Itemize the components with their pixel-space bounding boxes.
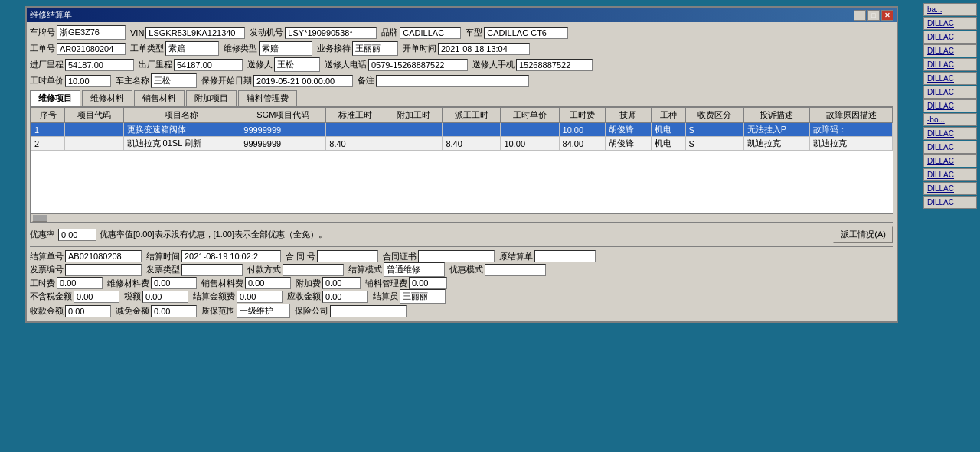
side-item-1[interactable]: DILLAC: [923, 17, 977, 30]
tab-repair-materials[interactable]: 维修材料: [82, 90, 132, 106]
side-panel: ba... DILLAC DILLAC DILLAC DILLAC DILLAC…: [923, 3, 977, 326]
insurance-pair: 保险公司: [295, 305, 407, 317]
side-item-9[interactable]: DILLAC: [923, 127, 977, 140]
invoice-type-value[interactable]: [181, 264, 243, 276]
start-date-value[interactable]: 2019-05-21 00:00:00: [253, 75, 353, 87]
maximize-button[interactable]: □: [867, 10, 880, 21]
cell-unit-price: [501, 123, 559, 137]
material-fee-value[interactable]: 0.00: [151, 277, 197, 289]
tax-pair: 税额 0.00: [124, 291, 188, 303]
tab-consumables[interactable]: 辅料管理费: [238, 90, 297, 106]
sender-phone-value[interactable]: 0579-15268887522: [368, 59, 468, 71]
tax-exempt-label: 不含税金额: [30, 291, 72, 302]
cell-assigned-hours: 8.40: [443, 137, 501, 151]
side-item-12[interactable]: DILLAC: [923, 168, 977, 181]
invoice-value[interactable]: [65, 264, 142, 276]
contract-pair: 合 同 号: [286, 250, 378, 262]
start-date-label: 保修开始日期: [201, 75, 252, 86]
items-table: 序号 项目代码 项目名称 SGM项目代码 标准工时 附加工时 派工工时 工时单价…: [31, 107, 893, 151]
side-item-11[interactable]: DILLAC: [923, 154, 977, 167]
labor-fee-value[interactable]: 0.00: [57, 277, 103, 289]
plate-value[interactable]: 浙GE3Z76: [57, 25, 126, 40]
warranty-value[interactable]: 一级维护: [237, 304, 290, 318]
scroll-thumb[interactable]: [32, 214, 47, 222]
order-type-value[interactable]: 索赔: [165, 41, 219, 56]
side-item-bo[interactable]: -bo...: [923, 113, 977, 126]
invoice-pair: 发票编号: [30, 264, 142, 276]
side-item-14[interactable]: DILLAC: [923, 196, 977, 209]
discount-rate-value[interactable]: 0.00: [58, 229, 96, 241]
cashier-value[interactable]: 王丽丽: [400, 289, 446, 304]
side-item-6[interactable]: DILLAC: [923, 86, 977, 99]
auxiliary-fee-value[interactable]: 0.00: [409, 277, 447, 289]
side-item-10[interactable]: DILLAC: [923, 141, 977, 154]
dispatch-btn[interactable]: 派工情况(A): [833, 226, 893, 243]
table-row[interactable]: 1 更换变速箱阀体 99999999 10.00 胡俊锋 机电 S: [31, 123, 893, 137]
tab-repair-items[interactable]: 维修项目: [30, 90, 80, 106]
contract-value[interactable]: [317, 250, 378, 262]
model-value[interactable]: CADILLAC CT6: [484, 27, 568, 39]
order-label: 工单号: [30, 43, 55, 54]
engine-value[interactable]: LSY*190990538*: [285, 27, 377, 39]
vin-value[interactable]: LSGKR53L9KA121340: [145, 27, 245, 39]
factory-mileage-value[interactable]: 54187.00: [174, 59, 243, 71]
minimize-button[interactable]: _: [854, 10, 866, 21]
sales-material-value[interactable]: 0.00: [245, 277, 291, 289]
contract-cert-value[interactable]: [418, 250, 495, 262]
tab-sales-materials[interactable]: 销售材料: [134, 90, 185, 106]
side-item-5[interactable]: DILLAC: [923, 72, 977, 85]
order-no-value[interactable]: AB021080208: [65, 250, 142, 262]
tax-label: 税额: [124, 291, 141, 302]
side-item-3[interactable]: DILLAC: [923, 44, 977, 57]
brand-value[interactable]: CADILLAC: [400, 27, 461, 39]
original-order-label: 原结算单: [499, 251, 533, 262]
close-button[interactable]: ✕: [881, 10, 893, 21]
tab-extra-items[interactable]: 附加项目: [186, 90, 237, 106]
horizontal-scrollbar[interactable]: [30, 213, 893, 223]
payment-value[interactable]: [283, 264, 344, 276]
cell-extra-hours: [384, 137, 443, 151]
receivable-value[interactable]: 0.00: [322, 291, 368, 303]
extra-fee-value[interactable]: 0.00: [322, 277, 361, 289]
labor-unit-value[interactable]: 10.00: [65, 75, 111, 87]
settle-time-value[interactable]: 2021-08-19 10:02:2: [181, 250, 281, 262]
settle-mode-value[interactable]: 普通维修: [384, 262, 445, 277]
original-order-value[interactable]: [534, 250, 596, 262]
header-row-2: 工单号 AR021080204 工单类型 索赔 维修类型 索赔 业务接待 王丽丽: [30, 41, 893, 56]
side-item-4[interactable]: DILLAC: [923, 58, 977, 71]
order-value[interactable]: AR021080204: [57, 43, 126, 55]
items-table-container[interactable]: 序号 项目代码 项目名称 SGM项目代码 标准工时 附加工时 派工工时 工时单价…: [30, 106, 893, 213]
tax-value[interactable]: 0.00: [142, 291, 188, 303]
reduction-value[interactable]: 0.00: [151, 305, 197, 317]
calc-total-value[interactable]: 0.00: [237, 291, 283, 303]
sender-mobile-label: 送修人手机: [472, 59, 514, 70]
settle-mode-pair: 结算模式 普通维修: [348, 262, 445, 277]
mileage-value[interactable]: 54187.00: [65, 59, 134, 71]
remark-value[interactable]: [376, 75, 529, 87]
collected-value[interactable]: 0.00: [65, 305, 111, 317]
side-item-7[interactable]: DILLAC: [923, 99, 977, 112]
side-item-13[interactable]: DILLAC: [923, 182, 977, 195]
engine-pair: 发动机号 LSY*190990538*: [250, 27, 377, 39]
cell-extra-hours: [384, 123, 443, 137]
side-item-2[interactable]: DILLAC: [923, 31, 977, 44]
side-item-ba[interactable]: ba...: [923, 3, 977, 16]
owner-value[interactable]: 王松: [151, 73, 197, 88]
tax-exempt-value[interactable]: 0.00: [74, 291, 119, 303]
contract-label: 合 同 号: [286, 251, 315, 262]
sender-phone-pair: 送修人电话 0579-15268887522: [325, 59, 468, 71]
repair-type-value[interactable]: 索赔: [259, 41, 312, 56]
col-code: 项目代码: [65, 108, 123, 123]
discount-mode-value[interactable]: [485, 264, 546, 276]
auxiliary-fee-label: 辅料管理费: [365, 278, 407, 289]
insurance-value[interactable]: [330, 305, 407, 317]
service-value[interactable]: 王丽丽: [352, 41, 398, 56]
sender-mobile-value[interactable]: 15268887522: [516, 59, 593, 71]
sales-material-pair: 销售材料费 0.00: [201, 277, 291, 289]
remark-pair: 备注: [358, 75, 529, 87]
cell-labor-cost: 84.00: [559, 137, 605, 151]
open-time-value[interactable]: 2021-08-18 13:04: [438, 43, 530, 55]
sender-value[interactable]: 王松: [274, 57, 320, 72]
table-row[interactable]: 2 凯迪拉克 01SL 刷新 99999999 8.40 8.40 10.00 …: [31, 137, 893, 151]
header-row-4: 工时单价 10.00 车主名称 王松 保修开始日期 2019-05-21 00:…: [30, 73, 893, 88]
